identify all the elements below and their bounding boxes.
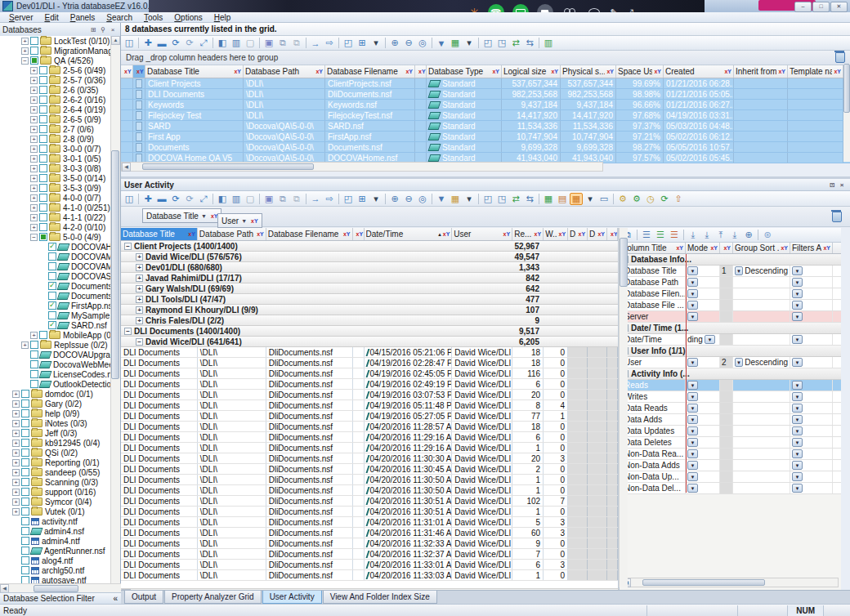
filter-dropdown[interactable]: ▼ xyxy=(792,404,803,413)
mode-dropdown[interactable]: ▼ xyxy=(687,426,698,435)
filter-dropdown[interactable]: ▼ xyxy=(792,472,803,481)
column-header-blank[interactable]: xY xyxy=(121,65,133,78)
sort-filter-icon[interactable]: xY xyxy=(443,231,450,237)
column-header-blank[interactable]: xY xyxy=(415,65,427,78)
column-header-Database Path[interactable]: Database PathxY xyxy=(244,65,325,78)
checkbox[interactable] xyxy=(30,47,38,55)
tree-item[interactable]: +4-2-0 (0/10) xyxy=(0,222,112,232)
activity-row[interactable]: DLI Documents\DLI\DliDocuments.nsf04/19/… xyxy=(121,390,618,400)
tree-item[interactable]: activity.ntf xyxy=(0,516,112,526)
ua-column-header-D[interactable]: DxY xyxy=(607,228,618,240)
minimize-button[interactable]: ‒ xyxy=(794,2,812,12)
ua-column-header-Database Filename[interactable]: Database FilenamexY xyxy=(266,228,353,240)
tree-item[interactable]: DOCOVAUpgrade.ns xyxy=(0,350,112,359)
activity-row[interactable]: DLI Documents\DLI\DliDocuments.nsf04/19/… xyxy=(121,368,618,379)
pivot-dd-icon[interactable]: ▾ xyxy=(584,193,597,205)
checkbox[interactable] xyxy=(39,105,47,114)
group-row[interactable]: +Javad Rahimi/DLI (17/17)842 xyxy=(121,273,618,283)
expand-icon[interactable]: + xyxy=(30,106,38,114)
checkbox[interactable] xyxy=(21,566,29,574)
columns-manage-icon[interactable]: ▥ xyxy=(542,37,555,49)
new-window-icon[interactable]: ⊞ xyxy=(356,37,369,49)
add-selection-icon[interactable]: ✚ xyxy=(141,37,154,49)
row-select-box[interactable] xyxy=(136,100,142,109)
column-header-Created[interactable]: CreatedxY xyxy=(664,65,734,78)
settings-row[interactable]: Non-Data Rea...▼▼ xyxy=(620,449,841,460)
settings-column-header-Column Title[interactable]: Column TitlexY xyxy=(620,243,686,253)
top-grid-hscrollbar[interactable]: ◀ xyxy=(121,162,603,172)
expand-icon[interactable]: + xyxy=(12,391,20,398)
mode-dropdown[interactable]: ▼ xyxy=(705,335,715,344)
remove-selection-icon[interactable]: ▬ xyxy=(155,193,168,205)
pane-a-icon[interactable]: ◰ xyxy=(481,193,494,205)
tree-item[interactable]: +kb912945 (0/4) xyxy=(0,438,112,448)
freeze-columns-icon[interactable]: ▥ xyxy=(230,37,243,49)
tree-item[interactable]: +4-0-0 (0/7) xyxy=(0,193,112,203)
group-row[interactable]: +Dev01/DLI (680/680)1,343 xyxy=(121,262,618,273)
expand-icon[interactable]: + xyxy=(30,175,38,182)
expand-icon[interactable]: + xyxy=(30,136,38,143)
settings-row[interactable]: Non-Data Adds▼▼ xyxy=(620,460,841,471)
copy-icon[interactable]: ⧉ xyxy=(276,193,289,205)
table-row[interactable]: SARD\Docova\QA\5-0-0\SARD.nsfStandard11,… xyxy=(121,121,850,132)
settings-column-header-Filters Appli...[interactable]: Filters Appli...xY xyxy=(790,243,833,253)
zoom-in-icon[interactable]: ⊕ xyxy=(388,37,401,49)
chevron-down-icon[interactable]: ▼ xyxy=(241,218,247,224)
checkbox[interactable] xyxy=(21,439,29,447)
activity-row[interactable]: DLI Documents\DLI\DliDocuments.nsf04/20/… xyxy=(121,507,618,517)
expand-icon[interactable]: + xyxy=(12,498,20,506)
tree-item[interactable]: admin4.nsf xyxy=(0,526,112,536)
sort-filter-icon[interactable]: xY xyxy=(606,69,614,74)
group-row[interactable]: −David Wice/DLI (641/641)6,205 xyxy=(121,337,618,347)
user-activity-vscrollbar[interactable] xyxy=(619,228,628,587)
checkbox[interactable] xyxy=(48,262,56,270)
settings-row[interactable]: Non-Data Up...▼▼ xyxy=(620,471,841,483)
tree-item[interactable]: +MobileApp (0/5) xyxy=(0,330,112,340)
filter-dropdown[interactable]: ▼ xyxy=(792,335,803,344)
freeze-columns-icon[interactable]: ▥ xyxy=(230,193,243,205)
tree-item[interactable]: −5-0-0 (4/9) xyxy=(0,232,112,242)
settings-row[interactable]: Data Deletes▼▼ xyxy=(620,437,841,449)
tree-item[interactable]: OutlookDetection.ns xyxy=(0,379,112,389)
activity-row[interactable]: DLI Documents\DLI\DliDocuments.nsf04/20/… xyxy=(121,549,618,560)
activity-row[interactable]: DLI Documents\DLI\DliDocuments.nsf04/20/… xyxy=(121,422,618,432)
tree-item[interactable]: admin4.ntf xyxy=(0,536,112,546)
zoom-reset-icon[interactable]: ◎ xyxy=(416,193,429,205)
expand-icon[interactable]: + xyxy=(12,508,20,516)
expand-icon[interactable]: + xyxy=(12,449,20,457)
expand-icon[interactable]: + xyxy=(21,47,29,55)
expand-icon[interactable]: + xyxy=(30,204,38,212)
select-block-icon[interactable]: ▣ xyxy=(262,193,275,205)
settings-row[interactable]: Non-Data Del...▼▼ xyxy=(620,483,841,494)
target-icon[interactable]: ⊕ xyxy=(742,229,755,241)
expand-icon[interactable]: + xyxy=(30,332,38,339)
expand-icon[interactable]: + xyxy=(30,155,38,163)
mode-dropdown[interactable]: ▼ xyxy=(687,484,698,493)
mode-dropdown[interactable]: ▼ xyxy=(687,472,698,481)
column-header-blank[interactable]: xY xyxy=(133,65,145,78)
tree-item[interactable]: +LockTest (0/10) xyxy=(0,36,112,46)
top-grid-hscroll-thumb[interactable] xyxy=(142,163,314,170)
group-row[interactable]: +Gary Walsh/DLI (69/69)642 xyxy=(121,283,618,294)
doc-refresh-icon[interactable]: ⟳ xyxy=(658,193,671,205)
column-header-Database Filename[interactable]: Database FilenamexY xyxy=(325,65,415,78)
sort-filter-icon[interactable]: xY xyxy=(654,69,661,74)
flag-window-icon[interactable]: ◰ xyxy=(342,193,355,205)
checkbox[interactable] xyxy=(21,547,29,555)
sort-filter-icon[interactable]: xY xyxy=(492,69,499,74)
sort-filter-icon[interactable]: xY xyxy=(551,69,558,74)
checkbox[interactable] xyxy=(21,478,29,486)
export-icon[interactable]: → xyxy=(309,193,322,205)
zoom-out-icon[interactable]: ⊖ xyxy=(402,193,415,205)
settings-column-header-Group Sort ...[interactable]: Group Sort ...xY xyxy=(733,243,790,253)
swap-v-icon[interactable]: ⇆ xyxy=(523,37,536,49)
sort-filter-icon[interactable]: xY xyxy=(834,69,841,74)
tree-item[interactable]: +2-6 (0/35) xyxy=(0,85,112,95)
export-run-icon[interactable]: ⇨ xyxy=(323,37,336,49)
tree-item[interactable]: +Symcor (0/4) xyxy=(0,497,112,507)
database-selection-filter-bar[interactable]: Database Selection Filter « xyxy=(0,592,121,604)
checkbox[interactable] xyxy=(48,282,56,290)
tree-item[interactable]: +2-6-2 (0/16) xyxy=(0,95,112,105)
pane-right-icon[interactable]: ◳ xyxy=(495,37,508,49)
expand-icon[interactable]: + xyxy=(30,145,38,153)
